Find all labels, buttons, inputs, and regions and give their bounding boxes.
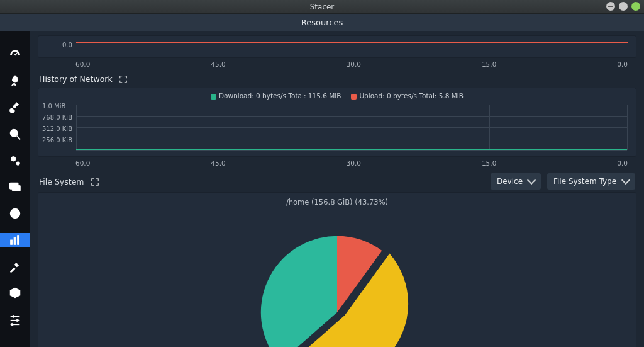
svg-point-3: [16, 162, 20, 166]
y-tick: 256.0 KiB: [42, 137, 72, 144]
gears-icon: [8, 154, 22, 168]
svg-point-0: [11, 130, 18, 137]
page-header: Resources: [0, 14, 644, 31]
x-tick: 30.0: [347, 60, 361, 68]
x-tick: 15.0: [482, 159, 496, 167]
rocket-icon: [8, 74, 22, 88]
window-maximize-button[interactable]: [619, 2, 628, 11]
sliders-icon: [8, 312, 22, 326]
legend-upload: Upload: 0 bytes/s Total: 5.8 MiB: [351, 92, 464, 100]
sidebar-item-tools[interactable]: [0, 259, 30, 273]
network-history-chart: Download: 0 bytes/s Total: 115.6 MiB Upl…: [38, 88, 636, 157]
svg-point-12: [12, 316, 14, 318]
legend-chip-green: [211, 94, 216, 100]
expand-filesystem-button[interactable]: [91, 177, 99, 186]
x-tick: 45.0: [211, 159, 225, 167]
network-download-line: [76, 149, 627, 150]
filesystem-pie-caption: /home (156.8 GiB) (43.73%): [38, 193, 636, 207]
cpu-chart-line-green: [76, 45, 628, 45]
disc-icon: [8, 207, 22, 220]
network-chart-x-axis: 60.0 45.0 30.0 15.0 0.0: [38, 157, 636, 167]
windows-icon: [8, 180, 22, 194]
cpu-history-chart: 0.0: [38, 35, 636, 58]
sidebar-item-uninstaller[interactable]: [0, 207, 30, 220]
network-chart-grid: [76, 105, 627, 150]
x-tick: 60.0: [75, 60, 90, 68]
expand-icon: [119, 75, 128, 84]
sidebar-item-services[interactable]: [0, 154, 30, 168]
window-controls: [606, 2, 640, 11]
page-title: Resources: [301, 18, 343, 27]
search-icon: [8, 127, 22, 141]
device-dropdown-label: Device: [497, 177, 523, 186]
sidebar-item-packages[interactable]: [0, 286, 30, 300]
sidebar-item-processes[interactable]: [0, 180, 30, 194]
sidebar-item-dashboard[interactable]: [0, 48, 30, 62]
sidebar-item-search[interactable]: [0, 127, 30, 141]
sidebar-item-startup[interactable]: [0, 74, 30, 88]
y-tick: 1.0 MiB: [42, 103, 65, 110]
svg-point-2: [11, 157, 16, 161]
box-icon: [8, 286, 22, 300]
window-minimize-button[interactable]: [606, 2, 615, 11]
svg-rect-8: [11, 240, 13, 244]
x-tick: 45.0: [211, 60, 225, 68]
window-titlebar: Stacer: [0, 0, 644, 14]
broom-icon: [8, 101, 22, 115]
svg-rect-5: [12, 185, 20, 191]
bar-chart-icon: [8, 233, 22, 247]
y-tick: 768.0 KiB: [42, 114, 72, 121]
sidebar: [0, 31, 30, 347]
legend-chip-red: [351, 94, 357, 100]
svg-rect-9: [14, 237, 16, 244]
svg-rect-10: [18, 236, 19, 245]
content-area: 0.0 60.0 45.0 30.0 15.0 0.0 History of N…: [30, 31, 644, 347]
y-tick: 512.0 KiB: [42, 125, 72, 132]
cpu-chart-x-axis: 60.0 45.0 30.0 15.0 0.0: [38, 58, 636, 68]
filesystem-type-dropdown-label: File System Type: [553, 177, 616, 186]
pie-slice-home: [261, 236, 337, 347]
expand-network-button[interactable]: [119, 75, 128, 84]
svg-point-14: [16, 319, 19, 322]
x-tick: 0.0: [617, 60, 628, 68]
filesystem-section-title: File System: [39, 177, 84, 186]
svg-point-16: [11, 323, 14, 326]
network-chart-legend: Download: 0 bytes/s Total: 115.6 MiB Upl…: [38, 92, 636, 100]
tools-icon: [8, 259, 22, 273]
legend-download-label: Download: 0 bytes/s Total: 115.6 MiB: [219, 92, 341, 100]
sidebar-item-cleaner[interactable]: [0, 101, 30, 115]
filesystem-pie-panel: /home (156.8 GiB) (43.73%): [38, 192, 636, 347]
cpu-chart-line-red: [76, 42, 628, 43]
sidebar-item-resources[interactable]: [0, 233, 30, 247]
cpu-chart-ylabel: 0.0: [62, 42, 72, 48]
device-dropdown[interactable]: Device: [491, 173, 541, 190]
window-title: Stacer: [310, 3, 335, 11]
sidebar-item-settings[interactable]: [0, 312, 30, 326]
x-tick: 30.0: [347, 159, 361, 167]
gauge-icon: [8, 48, 22, 62]
filesystem-pie-chart: [249, 224, 425, 347]
network-section-title: History of Network: [39, 74, 113, 84]
legend-download: Download: 0 bytes/s Total: 115.6 MiB: [211, 92, 341, 100]
x-tick: 60.0: [75, 159, 90, 167]
legend-upload-label: Upload: 0 bytes/s Total: 5.8 MiB: [359, 92, 464, 100]
svg-point-7: [14, 212, 16, 215]
expand-icon: [91, 178, 99, 186]
window-close-button[interactable]: [631, 2, 640, 11]
x-tick: 0.0: [617, 159, 628, 167]
filesystem-type-dropdown[interactable]: File System Type: [547, 173, 635, 190]
svg-line-1: [17, 136, 21, 140]
x-tick: 15.0: [482, 60, 496, 68]
